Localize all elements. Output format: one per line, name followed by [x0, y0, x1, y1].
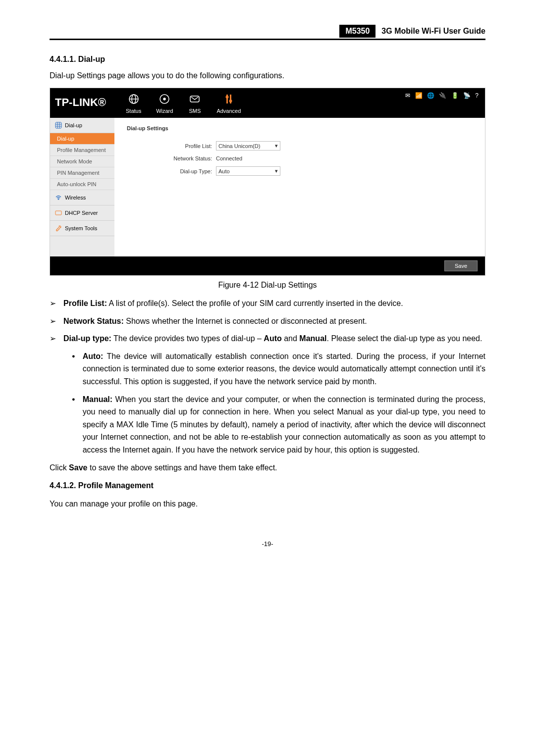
label-dialup-type: Dial-up Type: — [127, 168, 216, 174]
manual-word: Manual — [299, 334, 326, 343]
router-admin-screenshot: TP-LINK® Status Wizard SMS Advanced ✉ 📶 … — [50, 88, 485, 276]
sidebar-item-pin-mgmt[interactable]: PIN Management — [50, 167, 114, 179]
nav-wizard-label: Wizard — [156, 108, 173, 114]
value-network-status: Connected — [216, 155, 242, 161]
label-network-status: Network Status: — [127, 155, 216, 161]
sidebar-group-dialup-label: Dial-up — [65, 122, 82, 128]
ss-header: TP-LINK® Status Wizard SMS Advanced ✉ 📶 … — [50, 88, 485, 118]
page-number: -19- — [50, 540, 485, 548]
sidebar-item-network-mode[interactable]: Network Mode — [50, 156, 114, 167]
save-button[interactable]: Save — [444, 260, 478, 271]
svg-point-9 — [229, 100, 232, 102]
svg-point-8 — [225, 96, 228, 99]
bullet-label-profile: Profile List: — [63, 299, 107, 307]
row-profile-list: Profile List: China Unicom(D) ▾ — [127, 141, 473, 151]
bullet-dialup-type: Dial-up type: The device provides two ty… — [50, 332, 485, 345]
svg-point-15 — [58, 199, 59, 200]
bullet-text-dialtype-c: . Please select the dial-up type as you … — [326, 334, 482, 343]
bullet-text-netstatus: Shows whether the Internet is connected … — [124, 317, 367, 325]
svg-point-4 — [163, 98, 165, 100]
chevron-down-icon: ▾ — [275, 168, 278, 174]
sub-label-auto: Auto: — [83, 352, 104, 360]
intro-text-profile: You can manage your profile on this page… — [50, 498, 485, 510]
sidebar-group-dhcp-label: DHCP Server — [65, 210, 98, 216]
bullet-network-status: Network Status: Shows whether the Intern… — [50, 315, 485, 328]
save-para-b: Save — [69, 463, 87, 472]
bullet-label-dialtype: Dial-up type: — [63, 334, 111, 343]
bullet-list: Profile List: A list of profile(s). Sele… — [50, 297, 485, 345]
guide-title: 3G Mobile Wi-Fi User Guide — [381, 27, 485, 36]
sub-label-manual: Manual: — [83, 395, 112, 403]
ss-top-nav: Status Wizard SMS Advanced — [126, 92, 241, 114]
figure-caption: Figure 4-12 Dial-up Settings — [50, 281, 485, 290]
bullet-text-profile: A list of profile(s). Select the profile… — [107, 299, 403, 307]
save-para-c: to save the above settings and have them… — [87, 463, 277, 472]
tp-link-logo: TP-LINK® — [55, 96, 106, 109]
ss-body: Dial-up Dial-up Profile Management Netwo… — [50, 118, 485, 256]
target-icon — [158, 92, 171, 106]
sub-text-auto: The device will automatically establish … — [83, 352, 485, 386]
chevron-down-icon: ▾ — [275, 143, 278, 149]
section-heading-profile: 4.4.1.2. Profile Management — [50, 481, 485, 490]
dhcp-icon — [55, 209, 62, 216]
row-network-status: Network Status: Connected — [127, 155, 473, 161]
select-dialup-type[interactable]: Auto ▾ — [216, 166, 280, 176]
nav-wizard[interactable]: Wizard — [156, 92, 173, 114]
row-dialup-type: Dial-up Type: Auto ▾ — [127, 166, 473, 176]
sub-bullet-manual: Manual: When you start the device and yo… — [72, 393, 485, 456]
sidebar-group-wireless-label: Wireless — [65, 195, 86, 201]
page-header: M5350 3G Mobile Wi-Fi User Guide — [50, 25, 485, 40]
grid-icon — [55, 122, 62, 129]
nav-advanced[interactable]: Advanced — [216, 92, 241, 114]
select-profile-list[interactable]: China Unicom(D) ▾ — [216, 141, 280, 151]
save-paragraph: Click Save to save the above settings an… — [50, 461, 485, 474]
bullet-text-dialtype-b: and — [282, 334, 300, 343]
wrench-icon — [55, 225, 62, 232]
nav-advanced-label: Advanced — [216, 108, 241, 114]
save-para-a: Click — [50, 463, 69, 472]
select-dialup-value: Auto — [218, 168, 230, 174]
nav-sms[interactable]: SMS — [188, 92, 202, 114]
select-profile-value: China Unicom(D) — [218, 143, 260, 149]
label-profile-list: Profile List: — [127, 143, 216, 149]
globe-icon — [127, 92, 141, 106]
sidebar-group-wireless[interactable]: Wireless — [50, 190, 114, 205]
envelope-icon — [188, 92, 202, 106]
sidebar-item-profile-mgmt[interactable]: Profile Management — [50, 145, 114, 156]
ss-main-panel: Dial-up Settings Profile List: China Uni… — [114, 118, 485, 256]
panel-title: Dial-up Settings — [127, 125, 473, 131]
sidebar-item-dialup[interactable]: Dial-up — [50, 133, 114, 145]
auto-word: Auto — [264, 334, 281, 343]
intro-text-dialup: Dial-up Settings page allows you to do t… — [50, 71, 485, 80]
status-bar-icons: ✉ 📶 🌐 🔌 🔋 📡 ? — [405, 92, 480, 99]
sidebar-item-auto-unlock[interactable]: Auto-unlock PIN — [50, 179, 114, 190]
nav-status[interactable]: Status — [126, 92, 141, 114]
bullet-profile-list: Profile List: A list of profile(s). Sele… — [50, 297, 485, 310]
sub-bullet-list: Auto: The device will automatically esta… — [72, 350, 485, 456]
nav-status-label: Status — [126, 108, 141, 114]
section-heading-dialup: 4.4.1.1. Dial-up — [50, 55, 485, 64]
sidebar-group-systools-label: System Tools — [65, 225, 97, 231]
sliders-icon — [222, 92, 236, 106]
ss-footer: Save — [50, 256, 485, 275]
bullet-label-netstatus: Network Status: — [63, 317, 124, 325]
ss-sidebar: Dial-up Dial-up Profile Management Netwo… — [50, 118, 114, 256]
sidebar-group-system-tools[interactable]: System Tools — [50, 221, 114, 236]
bullet-text-dialtype-a: The device provides two types of dial-up… — [111, 334, 264, 343]
sidebar-group-dhcp[interactable]: DHCP Server — [50, 205, 114, 221]
svg-rect-16 — [55, 211, 61, 215]
sub-text-manual: When you start the device and your compu… — [83, 395, 485, 454]
nav-sms-label: SMS — [188, 108, 202, 114]
wifi-icon — [55, 194, 62, 201]
sub-bullet-auto: Auto: The device will automatically esta… — [72, 350, 485, 388]
model-badge: M5350 — [339, 25, 375, 38]
svg-rect-10 — [55, 122, 61, 128]
sidebar-group-dialup[interactable]: Dial-up — [50, 118, 114, 133]
